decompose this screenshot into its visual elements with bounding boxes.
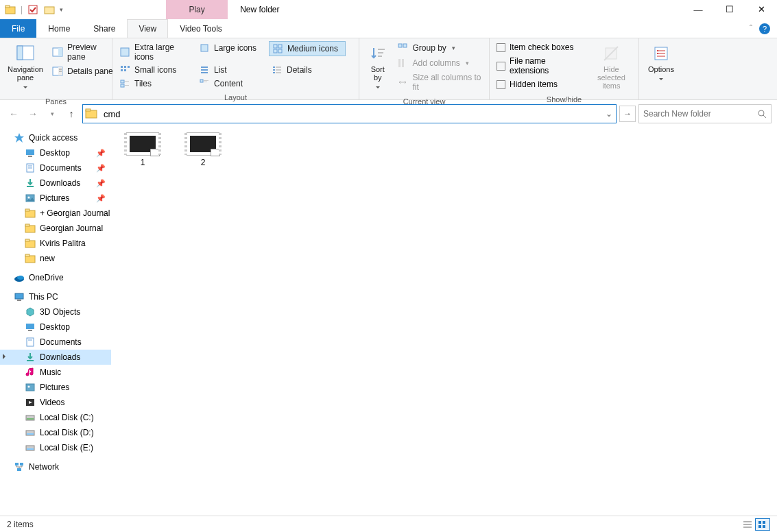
nav-item-documents[interactable]: Documents bbox=[0, 335, 111, 350]
recent-locations-button[interactable]: ▾ bbox=[44, 106, 60, 122]
help-icon[interactable]: ? bbox=[759, 23, 770, 34]
layout-tiles[interactable]: Tiles bbox=[117, 77, 196, 90]
nav-item-music[interactable]: Music bbox=[0, 365, 111, 380]
ribbon-group-show-hide: Item check boxes File name extensions Hi… bbox=[490, 38, 639, 99]
nav-item-label: Georgian Journal bbox=[40, 223, 103, 233]
new-folder-icon[interactable] bbox=[43, 3, 56, 16]
file-list[interactable]: ︎1︎2 bbox=[111, 128, 777, 521]
nav-item-pictures[interactable]: Pictures📌 bbox=[0, 191, 111, 206]
nav-network[interactable]: Network bbox=[0, 459, 111, 474]
layout-medium-icons[interactable]: Medium icons bbox=[269, 41, 346, 56]
checkbox-hidden-items[interactable]: Hidden items bbox=[494, 78, 586, 90]
search-input[interactable] bbox=[643, 109, 757, 119]
preview-pane-button[interactable]: Preview pane bbox=[49, 41, 118, 63]
svg-point-53 bbox=[758, 110, 764, 116]
svg-rect-57 bbox=[28, 156, 32, 157]
nav-item-desktop[interactable]: Desktop bbox=[0, 319, 111, 335]
nav-onedrive[interactable]: OneDrive bbox=[0, 270, 111, 285]
tab-file[interactable]: File bbox=[0, 19, 36, 38]
svg-rect-77 bbox=[28, 330, 32, 331]
options-button[interactable]: Options bbox=[643, 41, 679, 86]
view-icons-button[interactable] bbox=[755, 518, 770, 531]
up-button[interactable]: ↑ bbox=[63, 106, 80, 122]
svg-rect-98 bbox=[763, 521, 765, 524]
svg-rect-30 bbox=[273, 72, 275, 73]
layout-list[interactable]: List bbox=[196, 63, 269, 77]
nav-item-georgian-journal[interactable]: Georgian Journal bbox=[0, 221, 111, 236]
address-input[interactable] bbox=[101, 108, 602, 121]
tab-view[interactable]: View bbox=[127, 19, 168, 38]
nav-item-icon bbox=[25, 397, 36, 408]
collapse-ribbon-icon[interactable]: ˆ bbox=[750, 24, 752, 34]
svg-rect-65 bbox=[25, 209, 29, 211]
tab-home[interactable]: Home bbox=[36, 19, 82, 38]
nav-item-local-disk-c-[interactable]: Local Disk (C:) bbox=[0, 410, 111, 425]
nav-item-icon bbox=[25, 337, 36, 348]
svg-rect-15 bbox=[278, 45, 282, 48]
qat-separator: | bbox=[21, 5, 23, 14]
contextual-tab-play[interactable]: Play bbox=[166, 0, 228, 19]
svg-rect-27 bbox=[276, 66, 281, 68]
svg-rect-93 bbox=[17, 468, 21, 471]
layout-large-icons[interactable]: Large icons bbox=[196, 41, 269, 55]
close-button[interactable]: ✕ bbox=[745, 0, 777, 19]
tab-share[interactable]: Share bbox=[82, 19, 127, 38]
svg-rect-21 bbox=[121, 69, 123, 71]
nav-item-local-disk-e-[interactable]: Local Disk (E:) bbox=[0, 440, 111, 455]
nav-item-downloads[interactable]: Downloads bbox=[0, 350, 111, 365]
nav-item-pictures[interactable]: Pictures bbox=[0, 380, 111, 395]
file-item[interactable]: ︎2 bbox=[182, 133, 224, 167]
ribbon-group-options: Options bbox=[639, 38, 683, 99]
back-button[interactable]: ← bbox=[5, 106, 22, 122]
svg-rect-37 bbox=[204, 80, 208, 81]
view-details-button[interactable] bbox=[740, 518, 755, 531]
nav-item-new[interactable]: new bbox=[0, 251, 111, 266]
minimize-button[interactable]: — bbox=[682, 0, 714, 19]
sort-by-button[interactable]: Sort by bbox=[363, 41, 392, 95]
checkbox-item-check-boxes[interactable]: Item check boxes bbox=[494, 41, 586, 53]
nav-item-kviris-palitra[interactable]: Kviris Palitra bbox=[0, 236, 111, 251]
search-box[interactable] bbox=[638, 104, 772, 123]
properties-icon[interactable] bbox=[27, 3, 39, 16]
nav-item-label: Local Disk (C:) bbox=[40, 413, 94, 422]
svg-rect-35 bbox=[125, 85, 129, 86]
nav-item--georgian-journal[interactable]: + Georgian Journal bbox=[0, 206, 111, 221]
nav-item-local-disk-d-[interactable]: Local Disk (D:) bbox=[0, 425, 111, 440]
nav-item-downloads[interactable]: Downloads📌 bbox=[0, 176, 111, 191]
qat-dropdown-icon[interactable]: ▾ bbox=[60, 6, 63, 13]
navigation-pane-button[interactable]: Navigation pane bbox=[4, 41, 47, 95]
nav-item-3d-objects[interactable]: 3D Objects bbox=[0, 304, 111, 319]
nav-item-documents[interactable]: Documents📌 bbox=[0, 160, 111, 176]
file-item[interactable]: ︎1 bbox=[122, 133, 163, 167]
body: Quick access Desktop📌Documents📌Downloads… bbox=[0, 128, 777, 521]
svg-rect-28 bbox=[273, 69, 275, 71]
pin-icon: 📌 bbox=[96, 194, 106, 203]
nav-item-desktop[interactable]: Desktop📌 bbox=[0, 145, 111, 160]
go-button[interactable]: → bbox=[619, 106, 636, 122]
nav-item-videos[interactable]: Videos bbox=[0, 395, 111, 410]
nav-quick-access[interactable]: Quick access bbox=[0, 130, 111, 145]
nav-item-label: Pictures bbox=[40, 383, 69, 392]
layout-extra-large-icons[interactable]: Extra large icons bbox=[117, 41, 196, 63]
nav-item-icon bbox=[25, 208, 36, 219]
quick-access-icon bbox=[14, 132, 25, 143]
checkbox-file-name-extensions[interactable]: File name extensions bbox=[494, 55, 586, 77]
svg-rect-31 bbox=[276, 72, 281, 73]
address-bar[interactable]: ⌄ bbox=[82, 104, 617, 123]
svg-rect-2 bbox=[29, 5, 37, 14]
maximize-button[interactable]: ☐ bbox=[714, 0, 745, 19]
navigation-pane: Quick access Desktop📌Documents📌Downloads… bbox=[0, 128, 111, 521]
svg-rect-12 bbox=[121, 48, 129, 56]
nav-item-label: Local Disk (D:) bbox=[40, 428, 94, 437]
group-by-button[interactable]: Group by▾ bbox=[394, 41, 485, 55]
layout-small-icons[interactable]: Small icons bbox=[117, 63, 196, 77]
nav-this-pc[interactable]: This PC bbox=[0, 289, 111, 304]
address-dropdown-icon[interactable]: ⌄ bbox=[602, 109, 616, 119]
search-icon bbox=[757, 109, 767, 119]
layout-details[interactable]: Details bbox=[269, 63, 346, 77]
details-pane-button[interactable]: Details pane bbox=[49, 64, 118, 78]
tab-video-tools[interactable]: Video Tools bbox=[168, 19, 234, 38]
layout-content[interactable]: Content bbox=[196, 77, 269, 90]
nav-item-label: 3D Objects bbox=[40, 307, 80, 317]
svg-rect-75 bbox=[17, 300, 21, 301]
